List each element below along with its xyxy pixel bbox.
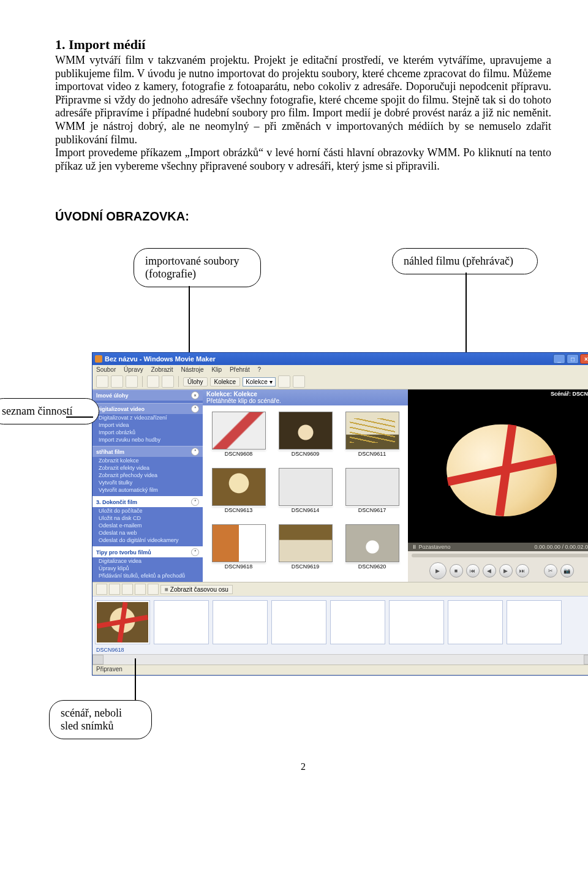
task-link[interactable]: Import zvuku nebo hudby (92, 436, 203, 443)
storyboard[interactable] (92, 596, 588, 646)
task-link[interactable]: Vytvořit automatický film (92, 486, 203, 494)
callout-label: sled snímků (61, 720, 114, 732)
storyboard-slot[interactable] (213, 600, 268, 644)
task-section-header[interactable]: Tipy pro tvorbu filmů ˄ (92, 546, 203, 557)
player-header: Scénář: DSCN9 (408, 390, 588, 398)
sb-btn[interactable] (109, 584, 120, 595)
new-button[interactable] (96, 375, 108, 388)
task-link[interactable]: Odeslat na web (92, 529, 203, 537)
collection-header: Kolekce: Kolekce Přetáhněte klip do scén… (203, 390, 408, 405)
tasks-pane-title: lmové úlohy × (92, 390, 203, 401)
separator (142, 376, 143, 387)
show-timeline-button[interactable]: ≡ Zobrazit časovou osu (160, 585, 233, 594)
toolbar: Úlohy Kolekce Kolekce ▾ (92, 374, 588, 390)
tasks-button[interactable]: Úlohy (183, 377, 208, 386)
collections-button[interactable]: Kolekce (210, 377, 241, 386)
minimize-button[interactable]: _ (553, 354, 565, 364)
step-back-button[interactable]: ◀ (483, 564, 496, 578)
clip-thumbnail[interactable]: DSCN9619 (273, 524, 337, 576)
menu-item[interactable]: Nástroje (181, 366, 203, 373)
collection-combo[interactable]: Kolekce ▾ (243, 377, 275, 386)
view-thumbnails-button[interactable] (278, 375, 290, 388)
view-details-button[interactable] (293, 375, 305, 388)
menu-item[interactable]: Klip (211, 366, 222, 373)
task-link[interactable]: Import obrázků (92, 429, 203, 436)
storyboard-slot[interactable] (389, 600, 444, 644)
sb-btn[interactable] (148, 584, 159, 595)
task-link[interactable]: Digitalizovat z videozařízení (92, 414, 203, 421)
task-link[interactable]: Zobrazit kolekce (92, 457, 203, 464)
sb-btn[interactable] (135, 584, 146, 595)
clip-thumbnail[interactable]: DSCN9617 (340, 468, 404, 519)
task-link[interactable]: Uložit do počítače (92, 507, 203, 514)
callout-label: náhled filmu (přehrávač) (404, 255, 513, 267)
timeline-icon: ≡ (165, 586, 168, 593)
task-link[interactable]: Import videa (92, 421, 203, 429)
callout-label: seznam činností (2, 405, 72, 417)
callout-label: scénář, neboli (61, 707, 122, 719)
scroll-right-button[interactable] (584, 655, 588, 665)
maximize-button[interactable]: □ (567, 354, 579, 364)
storyboard-scrollbar[interactable] (92, 654, 588, 665)
storyboard-slot[interactable] (271, 600, 326, 644)
save-button[interactable] (126, 375, 138, 388)
task-link[interactable]: Zobrazit přechody videa (92, 472, 203, 479)
clip-thumbnail[interactable]: DSCN9609 (273, 412, 337, 463)
snapshot-button[interactable]: 📷 (560, 564, 574, 578)
chevron-up-icon: ˄ (191, 548, 199, 556)
clip-thumbnail[interactable]: DSCN9614 (273, 468, 337, 519)
task-link[interactable]: Uložit na disk CD (92, 514, 203, 522)
storyboard-slot[interactable] (95, 600, 150, 644)
play-button[interactable]: ▶ (429, 562, 447, 579)
callout-preview: náhled filmu (přehrávač) (392, 248, 538, 274)
storyboard-slot[interactable] (330, 600, 385, 644)
page-number: 2 (55, 761, 551, 772)
wmm-screenshot: Bez názvu - Windows Movie Maker _ □ × So… (92, 352, 588, 676)
open-button[interactable] (111, 375, 123, 388)
preview-image (447, 424, 557, 516)
app-icon (95, 355, 102, 363)
clip-thumbnail[interactable]: DSCN9620 (340, 524, 404, 576)
menu-item[interactable]: Zobrazit (151, 366, 173, 373)
sb-btn[interactable] (96, 584, 107, 595)
clip-thumbnail[interactable]: DSCN9618 (206, 524, 271, 576)
clip-thumbnail[interactable]: DSCN9611 (340, 412, 404, 463)
task-link[interactable]: Zobrazit efekty videa (92, 464, 203, 472)
chevron-up-icon: ˄ (191, 498, 199, 506)
next-button[interactable]: ⏭ (516, 564, 529, 578)
step-fwd-button[interactable]: ▶ (499, 564, 513, 578)
task-link[interactable]: Vytvořit titulky (92, 479, 203, 486)
menu-item[interactable]: Úpravy (124, 366, 143, 373)
storyboard-slot[interactable] (448, 600, 503, 644)
scroll-left-button[interactable] (92, 655, 104, 665)
storyboard-selected-label: DSCN9618 (92, 646, 588, 654)
menu-item[interactable]: ? (257, 366, 261, 373)
stop-button[interactable]: ■ (450, 564, 463, 578)
close-button[interactable]: × (580, 354, 588, 364)
storyboard-slot[interactable] (507, 600, 562, 644)
menubar[interactable]: Soubor Úpravy Zobrazit Nástroje Klip Pře… (92, 365, 588, 374)
split-button[interactable]: ✂ (544, 564, 557, 578)
task-link[interactable]: Digitalizace videa (92, 557, 203, 565)
task-link[interactable]: Odeslat do digitální videokamery (92, 537, 203, 544)
task-section-header[interactable]: 3. Dokončit film ˄ (92, 496, 203, 507)
task-link[interactable]: Přidávání titulků, efektů a přechodů (92, 572, 203, 579)
task-link[interactable]: Úpravy klipů (92, 565, 203, 572)
task-section-header[interactable]: Digitalizovat video ˄ (92, 403, 203, 414)
seek-slider[interactable] (412, 554, 588, 557)
task-section-header[interactable]: stříhat film ˄ (92, 446, 203, 457)
clip-thumbnail[interactable]: DSCN9613 (206, 468, 271, 519)
player-controls (408, 551, 588, 560)
storyboard-toolbar: ≡ Zobrazit časovou osu (92, 582, 588, 596)
close-icon[interactable]: × (191, 391, 199, 399)
undo-button[interactable] (147, 375, 159, 388)
storyboard-slot[interactable] (154, 600, 209, 644)
task-link[interactable]: Odeslat e-mailem (92, 522, 203, 529)
menu-item[interactable]: Soubor (96, 366, 116, 373)
menu-item[interactable]: Přehrát (230, 366, 250, 373)
redo-button[interactable] (162, 375, 174, 388)
prev-button[interactable]: ⏮ (466, 564, 480, 578)
sb-btn[interactable] (122, 584, 133, 595)
section-uvodni-obrazovka: ÚVODNÍ OBRAZOVKA: (55, 209, 551, 224)
clip-thumbnail[interactable]: DSCN9608 (206, 412, 271, 463)
